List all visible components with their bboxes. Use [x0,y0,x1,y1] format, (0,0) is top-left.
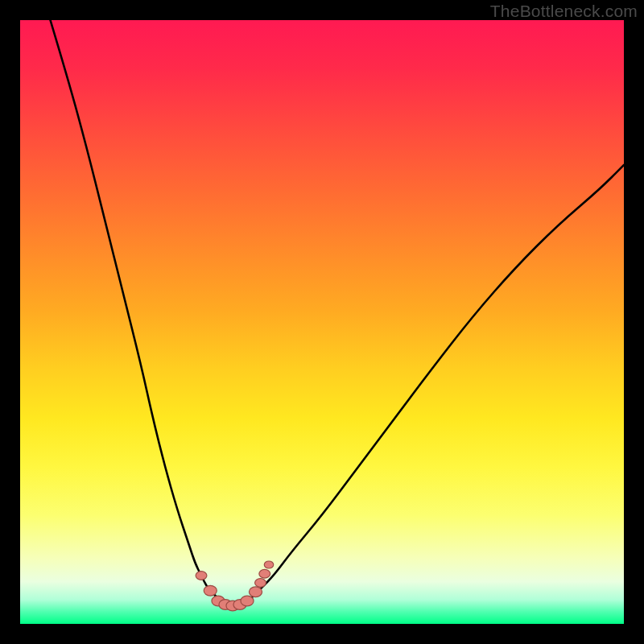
data-marker [241,596,254,606]
chart-frame: TheBottleneck.com [0,0,644,644]
data-marker [249,587,262,597]
curve-layer [51,20,625,606]
bottleneck-curve [51,20,625,606]
data-marker [259,569,270,578]
data-marker [196,572,207,580]
chart-svg [20,20,624,624]
plot-area [20,20,624,624]
data-marker [255,579,266,588]
data-marker [204,585,217,596]
data-marker [264,561,274,568]
watermark-text: TheBottleneck.com [490,2,638,21]
marker-layer [196,561,274,611]
